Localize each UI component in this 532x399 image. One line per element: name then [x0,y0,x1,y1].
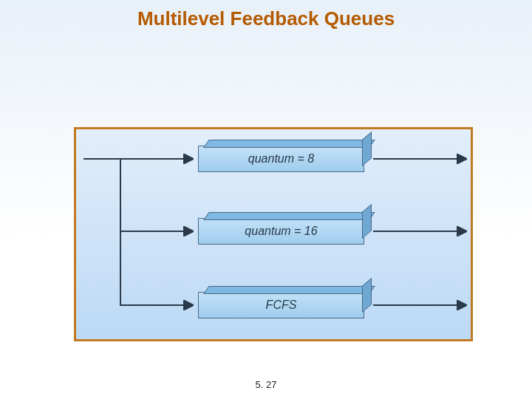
diagram-frame: quantum = 8 quantum = 16 FCFS [74,127,473,341]
slide-title: Multilevel Feedback Queues [0,7,532,30]
page-number: 5. 27 [0,379,532,390]
diagram-arrows [76,129,475,344]
